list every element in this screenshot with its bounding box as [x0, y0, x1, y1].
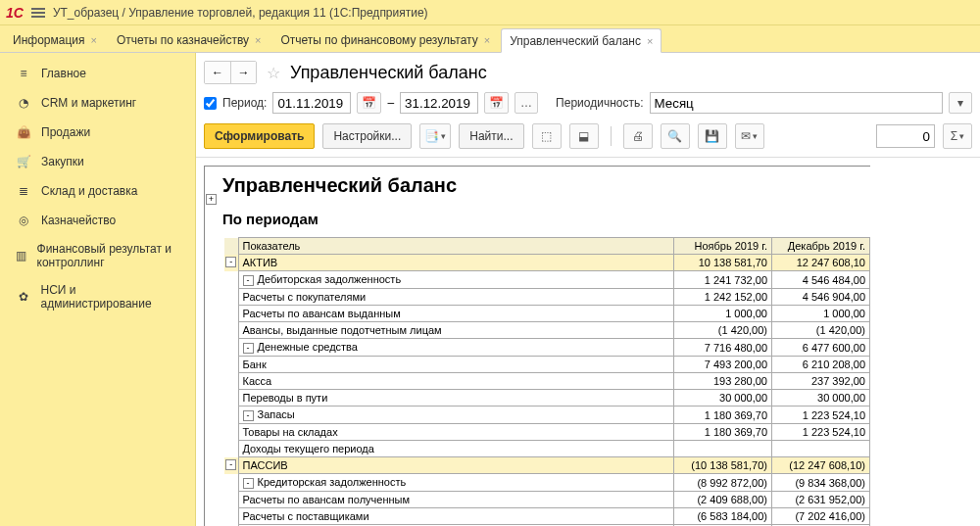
close-icon[interactable]: × [647, 35, 653, 47]
period-label: Период: [222, 96, 267, 110]
table-row[interactable]: Расчеты по авансам полученным(2 409 688,… [224, 492, 870, 508]
tree-toggle-icon[interactable]: - [225, 459, 236, 470]
column-header-nov[interactable]: Ноябрь 2019 г. [674, 238, 772, 255]
cell-value: 12 247 608,10 [772, 255, 870, 271]
table-row[interactable]: -Денежные средства7 716 480,006 477 600,… [224, 339, 870, 357]
row-label: Доходы текущего периода [243, 443, 374, 454]
cell-value: 30 000,00 [674, 390, 772, 406]
periodicity-dropdown-button[interactable]: ▾ [949, 92, 972, 114]
cell-value: 6 477 600,00 [772, 339, 870, 357]
report-viewport[interactable]: Управленческий баланс По периодам Показа… [196, 158, 980, 526]
sidebar-item-warehouse[interactable]: ≣ Склад и доставка [0, 176, 195, 206]
period-dialog-button[interactable]: … [514, 92, 538, 114]
tab-information[interactable]: Информация × [4, 27, 106, 52]
main-menu-icon[interactable] [31, 8, 45, 18]
sidebar-item-sales[interactable]: 👜 Продажи [0, 118, 195, 147]
back-button[interactable]: ← [205, 62, 230, 83]
cell-value: 1 000,00 [674, 306, 772, 322]
sidebar-item-financial-result[interactable]: ▥ Финансовый результат и контроллинг [0, 235, 195, 276]
cell-value: (6 583 184,00) [674, 508, 772, 525]
column-header-indicator[interactable]: Показатель [238, 238, 674, 255]
gear-icon: ✿ [16, 289, 30, 305]
cell-value: 237 392,00 [772, 373, 870, 390]
outline-expand-toggle[interactable]: + [206, 194, 217, 205]
cell-value: 4 546 484,00 [772, 271, 870, 289]
report-subtitle: По периодам [205, 209, 870, 237]
collapse-rows-button[interactable]: ⬓ [569, 123, 599, 149]
table-row[interactable]: Переводы в пути30 000,0030 000,00 [224, 390, 870, 406]
collapse-icon: ⬓ [578, 129, 589, 143]
calendar-from-button[interactable]: 📅 [357, 92, 381, 114]
table-row[interactable]: Товары на складах1 180 369,701 223 524,1… [224, 424, 870, 441]
sidebar-item-admin[interactable]: ✿ НСИ и администрирование [0, 276, 195, 317]
sum-input[interactable] [876, 124, 935, 148]
print-icon: 🖨 [632, 129, 644, 143]
table-row[interactable]: Банк7 493 200,006 210 208,00 [224, 357, 870, 373]
table-row[interactable]: Касса193 280,00237 392,00 [224, 373, 870, 390]
dash-separator: – [387, 96, 394, 110]
sidebar-item-purchases[interactable]: 🛒 Закупки [0, 147, 195, 176]
tab-management-balance[interactable]: Управленческий баланс × [501, 28, 662, 53]
table-row[interactable]: Расчеты с покупателями1 242 152,004 546 … [224, 289, 870, 306]
tree-toggle-icon[interactable]: - [225, 257, 236, 267]
save-button[interactable]: 💾 [698, 123, 727, 149]
sigma-button[interactable]: Σ▾ [943, 123, 972, 149]
table-row[interactable]: -Дебиторская задолженность1 241 732,004 … [224, 271, 870, 289]
column-header-dec[interactable]: Декабрь 2019 г. [772, 238, 870, 255]
chevron-down-icon: ▾ [441, 131, 446, 141]
table-row[interactable]: -Запасы1 180 369,701 223 524,10 [224, 406, 870, 424]
date-to-input[interactable] [400, 92, 478, 114]
sidebar-item-label: Закупки [41, 155, 84, 168]
table-row[interactable]: Авансы, выданные подотчетным лицам(1 420… [224, 322, 870, 339]
row-label: Расчеты по авансам выданным [243, 308, 401, 319]
favorite-star-icon[interactable]: ☆ [267, 64, 280, 82]
sidebar-item-crm[interactable]: ◔ CRM и маркетинг [0, 88, 195, 118]
tree-toggle-icon[interactable]: - [243, 478, 254, 489]
cell-value: 193 280,00 [674, 373, 772, 390]
sidebar-item-main[interactable]: ≡ Главное [0, 59, 195, 88]
row-label: АКТИВ [243, 257, 278, 268]
expand-rows-button[interactable]: ⬚ [532, 123, 562, 149]
variants-button[interactable]: 📑▾ [419, 123, 451, 149]
date-from-input[interactable] [272, 92, 351, 114]
cell-value: (2 409 688,00) [674, 492, 772, 508]
print-button[interactable]: 🖨 [623, 123, 653, 149]
tab-label: Управленческий баланс [510, 34, 641, 48]
period-row: Период: 📅 – 📅 … Периодичность: ▾ [196, 90, 980, 120]
row-label: Банк [243, 359, 267, 370]
sidebar-item-label: Продажи [41, 125, 90, 139]
forward-button[interactable]: → [230, 62, 256, 83]
close-icon[interactable]: × [90, 34, 96, 46]
row-label: Товары на складах [243, 426, 338, 438]
preview-button[interactable]: 🔍 [661, 123, 690, 149]
table-row[interactable]: -АКТИВ10 138 581,7012 247 608,10 [224, 255, 870, 271]
table-row[interactable]: Доходы текущего периода [224, 441, 870, 457]
home-icon: ≡ [16, 66, 31, 81]
send-button[interactable]: ✉▾ [735, 123, 764, 149]
tree-toggle-icon[interactable]: - [243, 275, 254, 286]
close-icon[interactable]: × [255, 34, 261, 46]
sidebar-item-treasury[interactable]: ◎ Казначейство [0, 206, 195, 235]
report-table: Показатель Ноябрь 2019 г. Декабрь 2019 г… [224, 237, 870, 526]
table-row[interactable]: Расчеты по авансам выданным1 000,001 000… [224, 306, 870, 322]
period-checkbox[interactable] [204, 97, 217, 110]
calendar-icon: 📅 [362, 96, 376, 110]
tree-toggle-icon[interactable]: - [243, 343, 254, 354]
find-button[interactable]: Найти... [459, 123, 523, 149]
generate-button[interactable]: Сформировать [204, 123, 315, 149]
calendar-to-button[interactable]: 📅 [484, 92, 509, 114]
close-icon[interactable]: × [484, 34, 490, 46]
cell-value: 30 000,00 [772, 390, 870, 406]
cart-icon: 🛒 [16, 154, 31, 169]
tab-treasury-reports[interactable]: Отчеты по казначейству × [108, 27, 270, 52]
content-area: ← → ☆ Управленческий баланс Период: 📅 – … [196, 53, 980, 526]
window-title: УТ_образец / Управление торговлей, редак… [53, 6, 428, 20]
table-row[interactable]: -ПАССИВ(10 138 581,70)(12 247 608,10) [224, 457, 870, 474]
bars-icon: ▥ [16, 248, 27, 263]
table-row[interactable]: -Кредиторская задолженность(8 992 872,00… [224, 474, 870, 492]
tree-toggle-icon[interactable]: - [243, 410, 254, 421]
settings-button[interactable]: Настройки... [322, 123, 412, 149]
table-row[interactable]: Расчеты с поставщиками(6 583 184,00)(7 2… [224, 508, 870, 525]
periodicity-select[interactable] [650, 92, 943, 114]
tab-financial-result-reports[interactable]: Отчеты по финансовому результату × [272, 27, 500, 52]
